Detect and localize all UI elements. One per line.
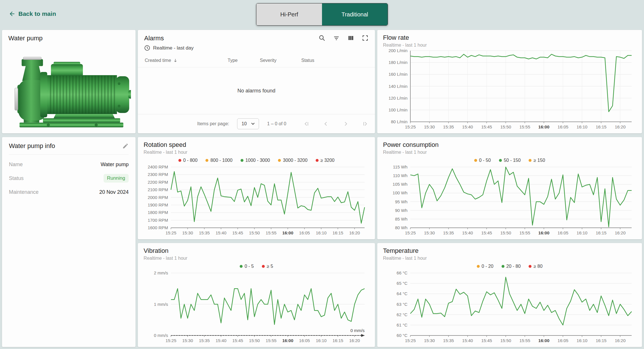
legend-item: ≥ 80: [529, 264, 542, 269]
svg-text:15:50: 15:50: [500, 124, 511, 129]
water-pump-image: [8, 43, 131, 128]
svg-text:15:30: 15:30: [424, 230, 435, 235]
power-consumption-card: Power consumption Realtime - last 1 hour…: [377, 137, 642, 239]
previous-page-icon[interactable]: [323, 120, 329, 127]
svg-text:2 mm/s: 2 mm/s: [154, 270, 168, 275]
legend-label: ≥ 80: [534, 264, 542, 269]
column-status[interactable]: Status: [301, 58, 375, 63]
svg-text:16:05: 16:05: [299, 230, 310, 235]
svg-text:16:15: 16:15: [596, 230, 607, 235]
svg-text:16:15: 16:15: [596, 124, 607, 129]
svg-text:15:50: 15:50: [500, 230, 511, 235]
alarms-card: Alarms Real: [138, 30, 375, 133]
legend-item: 0 - 800: [178, 158, 198, 163]
svg-text:15:45: 15:45: [481, 338, 492, 343]
svg-text:15:30: 15:30: [182, 230, 193, 235]
svg-text:15:55: 15:55: [519, 124, 530, 129]
svg-text:16:15: 16:15: [332, 230, 343, 235]
first-page-icon[interactable]: [303, 120, 310, 127]
legend-label: 0 - 5: [245, 264, 254, 269]
legend-dot-icon: [205, 159, 208, 162]
svg-text:1800 RPM: 1800 RPM: [148, 210, 168, 215]
svg-text:15:30: 15:30: [424, 124, 435, 129]
info-rows: Name Water pump Status Running Maintenan…: [9, 155, 129, 199]
legend-dot-icon: [241, 159, 243, 162]
legend-dot-icon: [502, 265, 504, 268]
items-per-page-label: Items per page:: [197, 121, 229, 126]
svg-text:100 L/min: 100 L/min: [388, 107, 407, 112]
vibration-chart: 0 mm/s1 mm/s2 mm/s15:2515:3015:3515:4015…: [144, 270, 369, 345]
column-created-time[interactable]: Created time: [145, 58, 228, 63]
svg-text:15:55: 15:55: [266, 338, 277, 343]
legend-item: 20 - 80: [502, 264, 521, 269]
svg-text:16:10: 16:10: [316, 338, 327, 343]
svg-text:16:05: 16:05: [299, 338, 310, 343]
next-page-icon[interactable]: [342, 120, 349, 127]
filter-icon[interactable]: [333, 35, 340, 41]
top-bar: Back to main Hi-Perf Traditional: [0, 0, 644, 28]
svg-text:15:55: 15:55: [519, 230, 530, 235]
legend-label: 0 - 800: [183, 158, 198, 163]
dashboard-grid: Water pump: [0, 28, 644, 349]
legend-item: ≥ 3200: [316, 158, 335, 163]
svg-text:15:30: 15:30: [424, 338, 435, 343]
power-consumption-legend: 0 - 5050 - 150≥ 150: [383, 157, 636, 164]
rotation-speed-card: Rotation speed Realtime - last 1 hour 0 …: [138, 137, 375, 239]
legend-item: 3000 - 3200: [278, 158, 307, 163]
edit-icon[interactable]: [122, 143, 129, 149]
svg-text:16:10: 16:10: [577, 338, 588, 343]
svg-text:100 Wh: 100 Wh: [393, 190, 407, 195]
svg-text:15:50: 15:50: [249, 230, 260, 235]
columns-icon[interactable]: [347, 35, 354, 41]
column-type[interactable]: Type: [228, 58, 260, 63]
svg-text:15:40: 15:40: [216, 230, 226, 235]
water-pump-info-card: Water pump info Name Water pump Status R…: [2, 137, 136, 347]
legend-dot-icon: [529, 159, 531, 162]
svg-text:2400 RPM: 2400 RPM: [148, 164, 168, 169]
power-consumption-plot: 80 Wh85 Wh90 Wh95 Wh100 Wh105 Wh110 Wh11…: [383, 164, 636, 237]
fullscreen-icon[interactable]: [362, 35, 369, 41]
last-page-icon[interactable]: [362, 120, 369, 127]
svg-text:1 mm/s: 1 mm/s: [154, 302, 168, 307]
legend-item: ≥ 5: [262, 264, 273, 269]
svg-text:60 °C: 60 °C: [397, 333, 407, 338]
legend-dot-icon: [278, 159, 281, 162]
vibration-title: Vibration: [144, 247, 369, 255]
toggle-hi-perf-button[interactable]: Hi-Perf: [256, 3, 322, 25]
flow-rate-card: Flow rate Realtime - last 1 hour 80 L/mi…: [377, 30, 642, 133]
svg-text:63 °C: 63 °C: [397, 302, 407, 307]
alarms-timewindow[interactable]: Realtime - last day: [153, 45, 194, 51]
svg-text:2200 RPM: 2200 RPM: [148, 180, 168, 185]
svg-text:16:05: 16:05: [558, 124, 569, 129]
svg-text:2300 RPM: 2300 RPM: [148, 172, 168, 177]
svg-text:105 Wh: 105 Wh: [393, 182, 407, 187]
svg-text:1700 RPM: 1700 RPM: [148, 218, 168, 223]
svg-text:140 L/min: 140 L/min: [388, 84, 407, 89]
svg-text:15:25: 15:25: [405, 338, 416, 343]
rotation-speed-legend: 0 - 800800 - 10001000 - 30003000 - 3200≥…: [144, 157, 369, 164]
svg-text:16:00: 16:00: [538, 338, 549, 343]
svg-text:16:20: 16:20: [349, 230, 360, 235]
legend-item: 0 - 50: [474, 158, 491, 163]
legend-label: ≥ 5: [267, 264, 273, 269]
back-to-main-label: Back to main: [18, 10, 56, 17]
svg-text:200 L/min: 200 L/min: [388, 48, 407, 53]
legend-item: 0 - 5: [240, 264, 254, 269]
power-consumption-timewindow: Realtime - last 1 hour: [383, 150, 636, 155]
svg-text:1600 RPM: 1600 RPM: [148, 225, 168, 230]
back-to-main-link[interactable]: Back to main: [9, 10, 56, 17]
column-severity[interactable]: Severity: [260, 58, 301, 63]
svg-text:0 mm/s: 0 mm/s: [350, 328, 365, 333]
legend-item: 800 - 1000: [205, 158, 233, 163]
svg-text:2000 RPM: 2000 RPM: [148, 195, 168, 200]
flow-rate-timewindow: Realtime - last 1 hour: [383, 43, 636, 48]
toggle-traditional-button[interactable]: Traditional: [322, 3, 388, 25]
search-icon[interactable]: [319, 35, 325, 41]
legend-dot-icon: [178, 159, 181, 162]
svg-text:15:40: 15:40: [462, 230, 473, 235]
legend-item: 0 - 20: [477, 264, 494, 269]
legend-label: 0 - 50: [479, 158, 491, 163]
svg-text:16:20: 16:20: [349, 338, 360, 343]
items-per-page-select[interactable]: 10: [237, 118, 259, 129]
svg-text:180 L/min: 180 L/min: [388, 60, 407, 65]
